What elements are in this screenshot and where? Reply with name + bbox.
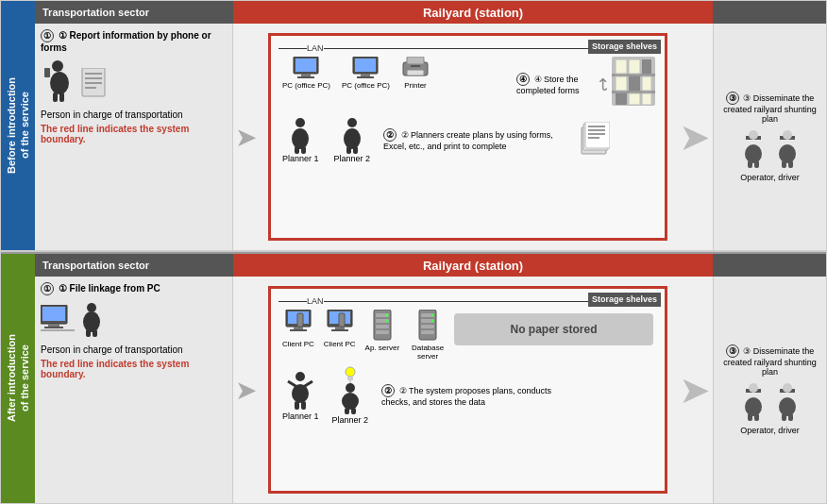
svg-rect-7 [85,77,102,79]
svg-rect-36 [295,146,299,154]
svg-rect-37 [301,146,306,154]
bottom-client-pc1-label: Client PC [282,340,314,348]
svg-rect-16 [361,74,370,76]
bottom-vertical-label: After introductionof the service [1,254,35,503]
svg-rect-65 [41,329,75,331]
svg-point-35 [292,128,309,149]
bottom-planner2-label: Planner 2 [332,415,369,425]
svg-point-58 [779,144,796,163]
bottom-person-label: Person in charge of transportation [41,344,227,355]
bottom-db-server-label: Database server [409,344,447,361]
svg-rect-13 [297,76,314,78]
svg-rect-17 [357,76,374,78]
svg-rect-59 [782,160,786,168]
top-storage-area: ④ ④ Store the completed forms ↩ [516,57,657,110]
top-lan-label: LAN [307,43,324,53]
bottom-right-arrow-icon: ➤ [679,368,711,412]
top-pc1-label: PC (office PC) [282,81,330,90]
svg-rect-53 [748,160,752,168]
svg-point-104 [342,393,359,410]
top-operator-figures [738,129,802,169]
bottom-no-paper-box: No paper stored [454,313,653,345]
svg-rect-64 [44,327,63,328]
svg-rect-99 [301,401,306,410]
bottom-section-content: Transportation sector Railyard (station)… [35,254,826,503]
top-red-text: The red line indicates the system bounda… [41,124,227,144]
svg-rect-6 [85,73,102,75]
top-step4-text: ④ ④ Store the completed forms [516,73,592,95]
top-planner1: Planner 1 [282,116,319,163]
svg-rect-83 [376,325,389,328]
top-planners-row: Planner 1 Planner 2 [271,114,665,167]
svg-point-103 [346,383,355,393]
svg-point-51 [749,130,758,140]
svg-rect-117 [782,413,786,421]
svg-point-85 [385,314,388,317]
svg-rect-54 [754,160,759,168]
svg-rect-12 [301,74,311,76]
svg-point-0 [52,60,63,72]
bottom-body: ① ① File linkage from PC [35,277,826,503]
bottom-header: Transportation sector Railyard (station) [35,254,826,277]
svg-rect-48 [588,137,599,139]
svg-rect-11 [295,59,316,72]
top-header-right [713,1,826,24]
top-red-box: Storage shelves LAN [268,33,667,241]
svg-point-34 [295,118,305,127]
bottom-arrow-left: ➤ [233,277,259,503]
top-half: Before introduction of the service Trans… [1,1,826,252]
svg-rect-63 [48,324,59,327]
svg-point-38 [347,118,357,127]
circle-4: ④ [516,73,530,86]
top-pc1: PC (office PC) [282,57,330,90]
svg-point-97 [292,384,309,403]
svg-rect-19 [407,57,424,64]
bottom-operator2-icon [772,382,802,422]
top-body: ① ① Report information by phone or forms [35,24,826,250]
svg-rect-41 [353,146,358,154]
svg-rect-25 [616,59,627,74]
top-lan-line-left [278,48,307,49]
svg-point-39 [344,128,361,149]
svg-point-86 [385,320,388,323]
top-curved-arrow-icon: ↩ [593,76,614,91]
bottom-left-arrow-icon: ➤ [235,375,257,406]
top-railyard-label: Railyard (station) [423,6,523,20]
svg-point-116 [779,397,796,416]
circle-3-bottom: ③ [726,344,739,358]
top-step3-text: ③ ③ Disseminate the created railyard shu… [719,92,820,124]
top-shelf-illustration [610,57,657,110]
circle-3-top: ③ [726,92,739,105]
bottom-pc-person-area [41,301,227,341]
svg-point-67 [83,311,100,332]
bottom-railyard-area: Storage shelves LAN [259,277,677,503]
svg-rect-15 [355,59,376,72]
svg-rect-118 [788,413,793,421]
top-section-content: Transportation sector Railyard (station)… [35,1,826,250]
svg-rect-78 [331,329,348,331]
bottom-client-pc1-icon [284,310,312,338]
svg-rect-31 [616,93,627,105]
bottom-step1-text: ① ① File linkage from PC [41,282,227,295]
svg-rect-46 [588,129,605,131]
svg-point-93 [431,320,434,323]
svg-point-100 [346,367,355,377]
circle-1-bottom: ① [41,282,54,295]
svg-rect-20 [407,70,424,76]
svg-rect-4 [59,92,64,102]
svg-rect-8 [85,82,102,84]
top-operator2-icon [772,129,802,169]
bottom-person-icon [78,301,105,341]
top-form-stack-icon [580,122,610,158]
bottom-ap-server: Ap. server [365,310,399,352]
svg-point-52 [745,144,762,163]
top-pc1-icon [292,57,320,79]
bottom-ap-server-label: Ap. server [365,344,399,352]
bottom-red-text: The red line indicates the system bounda… [41,359,227,379]
bottom-ap-server-icon [372,310,393,342]
top-printer-icon [401,57,430,79]
svg-rect-68 [86,329,91,337]
top-planner2-label: Planner 2 [334,154,371,163]
svg-rect-106 [351,408,356,414]
bottom-client-pc2-icon [326,310,354,338]
